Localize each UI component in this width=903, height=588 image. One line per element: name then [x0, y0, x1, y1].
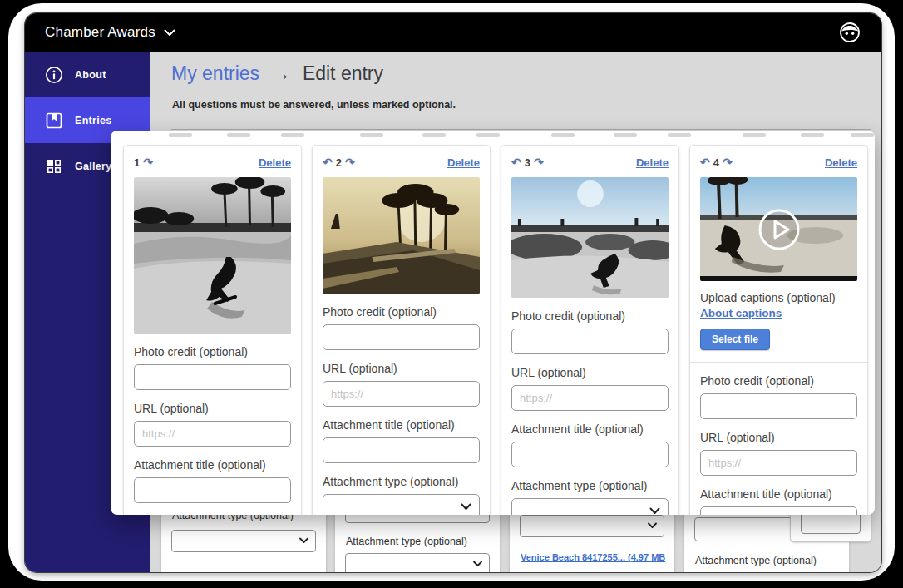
attachment-title-label: Attachment title (optional) [323, 418, 480, 432]
bookmark-icon [45, 111, 63, 130]
card-header: ↶ 4 ↷ Delete [700, 154, 857, 170]
artifact [743, 133, 766, 137]
divider [690, 362, 867, 363]
instructions-note: All questions must be answered, unless m… [172, 99, 456, 111]
delete-link[interactable]: Delete [259, 156, 291, 169]
card-order-controls: ↶ 3 ↷ [511, 156, 544, 169]
divider [171, 129, 871, 130]
artifact [668, 133, 691, 137]
play-button[interactable] [700, 177, 857, 281]
attachment-type-select[interactable] [511, 498, 669, 515]
move-left-icon[interactable]: ↶ [323, 156, 333, 168]
gallery-grid-icon [45, 157, 63, 175]
info-icon [45, 66, 63, 84]
artifact [169, 133, 192, 137]
photo-credit-label: Photo credit (optional) [511, 309, 669, 323]
attachment-photo [134, 177, 291, 334]
artifact [360, 133, 383, 137]
video-thumbnail[interactable] [700, 177, 857, 281]
topbar: Chamber Awards [25, 13, 881, 52]
chevron-down-icon [649, 507, 660, 515]
attachment-title-input[interactable] [700, 506, 857, 515]
attached-file-link[interactable]: Venice Beach 8417255... (4.97 MB [521, 552, 668, 562]
move-left-icon[interactable]: ↶ [511, 156, 521, 168]
photo-credit-input[interactable] [511, 329, 669, 354]
artifact [551, 133, 575, 137]
photo-credit-input[interactable] [323, 324, 480, 350]
card-order-controls: ↶ 2 ↷ [323, 156, 355, 169]
url-input[interactable] [511, 385, 669, 411]
breadcrumb-arrow: → [271, 62, 290, 84]
zoom-overlay-panel: 1 ↷ Delete [111, 131, 875, 515]
photo-credit-label: Photo credit (optional) [700, 374, 857, 388]
chevron-down-icon [461, 503, 471, 511]
card-order-controls: 1 ↷ [134, 156, 153, 169]
url-input[interactable] [134, 421, 291, 447]
attachment-type-label: Attachment type (optional) [511, 479, 669, 492]
attachment-type-select[interactable] [345, 553, 490, 572]
chevron-down-icon [473, 561, 482, 567]
photo-credit-input[interactable] [134, 364, 291, 390]
url-label: URL (optional) [134, 402, 291, 415]
card-header: 1 ↷ Delete [134, 154, 291, 170]
breadcrumb: My entries → Edit entry [171, 62, 383, 85]
move-right-icon[interactable]: ↷ [143, 156, 153, 168]
artifact [801, 133, 824, 137]
artifact [422, 133, 446, 137]
artifact [227, 133, 250, 137]
attachment-title-label: Attachment title (optional) [700, 487, 857, 501]
attachment-type-label: Attachment type (optional) [695, 555, 841, 566]
sidebar-item-label: About [75, 69, 106, 81]
attachment-type-select[interactable] [520, 515, 664, 537]
move-right-icon[interactable]: ↷ [345, 156, 355, 168]
page-title: Edit entry [303, 62, 383, 84]
breadcrumb-my-entries-link[interactable]: My entries [171, 62, 259, 84]
workspace-title: Chamber Awards [45, 24, 155, 41]
move-right-icon[interactable]: ↷ [534, 156, 544, 168]
artifact [851, 133, 874, 137]
upload-captions-label: Upload captions (optional) [700, 291, 857, 304]
photo-credit-label: Photo credit (optional) [134, 345, 291, 358]
attachment-title-label: Attachment title (optional) [134, 458, 291, 472]
card-number: 3 [525, 156, 530, 169]
url-label: URL (optional) [511, 366, 669, 379]
chevron-down-icon [299, 537, 308, 544]
select-file-button[interactable]: Select file [700, 329, 770, 350]
about-captions-link[interactable]: About captions [700, 307, 782, 319]
url-input[interactable] [323, 381, 480, 407]
attachment-type-select[interactable] [171, 530, 316, 552]
artifact [614, 133, 637, 137]
chevron-down-icon [164, 29, 175, 37]
attachment-card-3: ↶ 3 ↷ Delete [501, 145, 679, 515]
photo-credit-label: Photo credit (optional) [323, 305, 480, 319]
app-window: Chamber Awards [25, 13, 881, 572]
card-header: ↶ 3 ↷ Delete [511, 154, 669, 170]
url-label: URL (optional) [323, 362, 480, 375]
sidebar-item-label: Gallery [75, 161, 112, 172]
attachment-card-1: 1 ↷ Delete [123, 145, 302, 515]
attachment-title-input[interactable] [511, 442, 669, 467]
attachment-type-select[interactable] [323, 494, 480, 515]
sidebar-item-about[interactable]: About [25, 52, 150, 97]
artifact [476, 133, 500, 137]
workspace-switcher[interactable]: Chamber Awards [45, 24, 175, 41]
account-avatar-icon[interactable] [838, 21, 861, 44]
chevron-down-icon [648, 522, 657, 529]
card-number: 1 [134, 156, 140, 169]
delete-link[interactable]: Delete [447, 156, 480, 169]
url-input[interactable] [700, 450, 857, 476]
attachment-type-label: Attachment type (optional) [323, 475, 480, 488]
attachment-title-input[interactable] [323, 437, 480, 463]
marketing-canvas: Chamber Awards [0, 0, 903, 588]
delete-link[interactable]: Delete [825, 156, 857, 169]
move-left-icon[interactable]: ↶ [700, 156, 710, 168]
attachment-title-input[interactable] [134, 477, 291, 503]
attachment-photo [323, 177, 480, 294]
photo-credit-input[interactable] [700, 393, 857, 419]
move-right-icon[interactable]: ↷ [723, 156, 733, 168]
attachment-card-2: ↶ 2 ↷ Delete [312, 145, 491, 515]
attachment-photo [511, 177, 669, 298]
delete-link[interactable]: Delete [636, 156, 669, 169]
sidebar-item-label: Entries [75, 115, 111, 126]
artifact [281, 133, 304, 137]
